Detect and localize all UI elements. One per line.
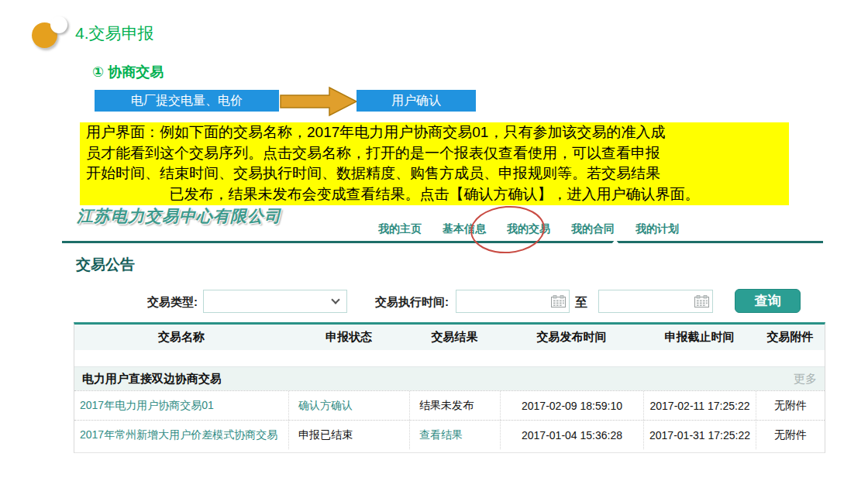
calendar-icon[interactable] — [551, 295, 566, 307]
note-line: 开始时间、结束时间、交易执行时间、数据精度、购售方成员、申报规则等。若交易结果 — [80, 163, 789, 184]
note-line: 已发布，结果未发布会变成查看结果。点击【确认方确认】，进入用户确认界面。 — [80, 184, 789, 205]
nav-item-my-home[interactable]: 我的主页 — [378, 222, 422, 236]
right-arrow-icon — [280, 86, 359, 117]
execution-time-from-field[interactable] — [456, 290, 570, 313]
attachment-text: 无附件 — [774, 399, 807, 413]
header-attachment: 交易附件 — [756, 325, 825, 350]
slide-title: 4.交易申报 — [75, 22, 154, 44]
table-group-row: 电力用户直接双边协商交易 更多 — [74, 366, 825, 390]
header-trade-name: 交易名称 — [74, 325, 288, 350]
declare-status-link[interactable]: 确认方确认 — [298, 399, 353, 413]
note-line: 用户界面：例如下面的交易名称，2017年电力用户协商交易01，只有参加该交易的准… — [80, 122, 789, 143]
header-trade-result: 交易结果 — [409, 325, 500, 350]
nav-active-notch — [611, 239, 619, 244]
trade-result-link[interactable]: 查看结果 — [419, 428, 463, 442]
trade-type-select[interactable] — [203, 290, 347, 313]
calendar-icon[interactable] — [694, 295, 709, 307]
publish-time-text: 2017-01-04 15:36:28 — [522, 429, 622, 441]
table-spacer-row — [74, 350, 825, 366]
header-deadline: 申报截止时间 — [643, 325, 756, 350]
slide-subtitle: ① 协商交易 — [92, 63, 164, 81]
note-highlight-block: 用户界面：例如下面的交易名称，2017年电力用户协商交易01，只有参加该交易的准… — [80, 122, 789, 205]
deadline-text: 2017-02-11 17:25:22 — [650, 400, 750, 412]
header-publish-time: 交易发布时间 — [500, 325, 643, 350]
execution-time-label: 交易执行时间: — [375, 295, 449, 310]
trade-announcement-table: 交易名称 申报状态 交易结果 交易发布时间 申报截止时间 交易附件 电力用户直接… — [74, 322, 825, 453]
publish-time-text: 2017-02-09 18:59:10 — [522, 400, 622, 412]
note-line: 员才能看到这个交易序列。点击交易名称，打开的是一个报表仅查看使用，可以查看申报 — [80, 143, 789, 164]
chevron-down-icon — [331, 295, 339, 304]
trade-type-label: 交易类型: — [120, 295, 198, 310]
execution-time-to-field[interactable] — [598, 290, 713, 313]
header-declare-status: 申报状态 — [288, 325, 409, 350]
table-row: 2017年常州新增大用户价差模式协商交易 申报已结束 查看结果 2017-01-… — [74, 420, 825, 449]
slide: 4.交易申报 ① 协商交易 电厂提交电量、电价 用户确认 用户界面：例如下面的交… — [0, 0, 868, 481]
attachment-text: 无附件 — [774, 428, 807, 442]
group-title: 电力用户直接双边协商交易 — [82, 372, 222, 387]
red-annotation-ellipse — [469, 204, 546, 256]
company-logo: 江苏电力交易中心有限公司 — [77, 205, 281, 227]
flow-step-plant-submit: 电厂提交电量、电价 — [95, 90, 279, 112]
table-header-row: 交易名称 申报状态 交易结果 交易发布时间 申报截止时间 交易附件 — [74, 325, 825, 350]
nav-item-my-plans[interactable]: 我的计划 — [636, 222, 679, 236]
trade-name-link[interactable]: 2017年常州新增大用户价差模式协商交易 — [80, 428, 277, 442]
declare-status-text: 申报已结束 — [298, 428, 353, 442]
trade-name-link[interactable]: 2017年电力用户协商交易01 — [80, 399, 214, 413]
flow-step-user-confirm: 用户确认 — [356, 90, 476, 112]
nav-item-my-contracts[interactable]: 我的合同 — [571, 222, 615, 236]
nav-underline-bar — [62, 241, 823, 243]
trade-result-text: 结果未发布 — [419, 399, 474, 413]
bullet-white-circle-icon — [50, 16, 67, 33]
table-footer-spacer — [74, 449, 825, 452]
deadline-text: 2017-01-31 17:25:22 — [649, 429, 750, 441]
search-button[interactable]: 查询 — [735, 289, 801, 313]
to-label: 至 — [575, 295, 587, 311]
table-row: 2017年电力用户协商交易01 确认方确认 结果未发布 2017-02-09 1… — [74, 390, 825, 420]
more-link[interactable]: 更多 — [794, 372, 817, 387]
page-title: 交易公告 — [76, 255, 135, 275]
